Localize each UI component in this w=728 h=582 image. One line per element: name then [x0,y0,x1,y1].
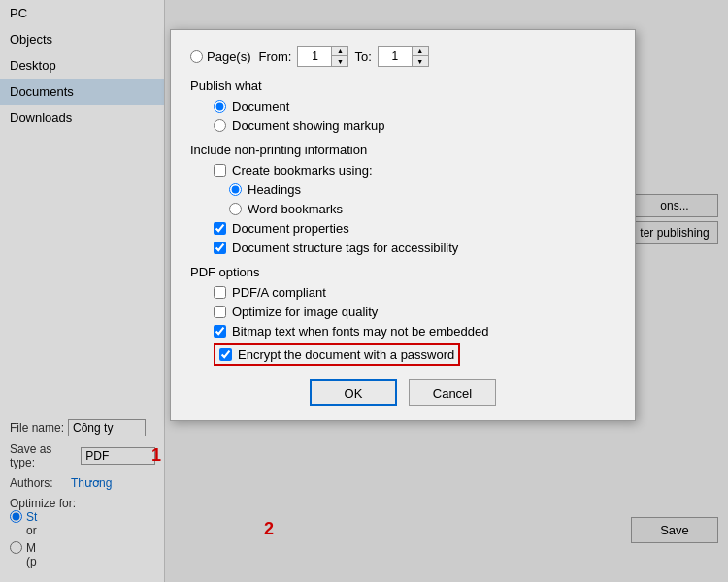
from-spinner[interactable]: ▲ ▼ [297,46,348,67]
doc-structure-checkbox[interactable] [214,242,226,254]
doc-properties-row: Document properties [190,221,615,236]
word-bookmarks-row: Word bookmarks [190,202,615,216]
pages-inputs: From: ▲ ▼ To: ▲ ▼ [259,46,429,67]
pages-label: Page(s) [207,49,251,64]
create-bookmarks-checkbox[interactable] [214,164,226,177]
to-arrows: ▲ ▼ [413,46,429,67]
pdfa-checkbox[interactable] [214,286,226,299]
to-input[interactable] [378,46,413,67]
badge-2: 2 [264,519,274,539]
doc-structure-label: Document structure tags for accessibilit… [232,241,458,255]
modal-buttons: OK Cancel [190,379,615,406]
encrypt-label: Encrypt the document with a password [238,347,454,362]
word-bookmarks-label: Word bookmarks [248,202,343,216]
document-markup-radio[interactable] [214,119,226,132]
doc-properties-checkbox[interactable] [214,222,226,235]
publish-what-header: Publish what [190,79,615,93]
bitmap-row: Bitmap text when fonts may not be embedd… [190,324,615,339]
pdf-options-header: PDF options [190,265,615,279]
optimize-image-label: Optimize for image quality [232,305,378,319]
bitmap-label: Bitmap text when fonts may not be embedd… [232,324,489,339]
pages-radio-label[interactable]: Page(s) [190,49,251,64]
encrypt-row: Encrypt the document with a password [190,343,615,366]
optimize-image-row: Optimize for image quality [190,305,615,319]
document-markup-option-row: Document showing markup [190,118,615,133]
from-arrows: ▲ ▼ [332,46,348,67]
doc-properties-label: Document properties [232,221,349,236]
headings-label: Headings [248,182,301,197]
bitmap-checkbox[interactable] [214,325,226,338]
doc-structure-row: Document structure tags for accessibilit… [190,241,615,255]
create-bookmarks-label: Create bookmarks using: [232,163,373,178]
page-range-row: Page(s) From: ▲ ▼ To: ▲ ▼ [190,46,615,67]
document-radio[interactable] [214,100,226,113]
pdfa-row: PDF/A compliant [190,285,615,300]
document-option-row: Document [190,99,615,113]
pdfa-label: PDF/A compliant [232,285,326,300]
to-down-arrow[interactable]: ▼ [413,56,428,66]
ok-button[interactable]: OK [310,379,397,406]
document-label: Document [232,99,289,113]
publish-as-pdf-dialog: Page(s) From: ▲ ▼ To: ▲ ▼ Publish what [170,29,636,421]
to-spinner[interactable]: ▲ ▼ [378,46,429,67]
from-input[interactable] [297,46,332,67]
create-bookmarks-row: Create bookmarks using: [190,163,615,178]
headings-row: Headings [190,182,615,197]
from-down-arrow[interactable]: ▼ [332,56,347,66]
to-label: To: [354,49,371,64]
word-bookmarks-radio[interactable] [229,203,242,215]
optimize-image-checkbox[interactable] [214,306,226,318]
non-printing-header: Include non-printing information [190,143,615,157]
from-up-arrow[interactable]: ▲ [332,47,347,56]
to-up-arrow[interactable]: ▲ [413,47,428,56]
cancel-button[interactable]: Cancel [409,379,496,406]
badge-1: 1 [151,445,161,466]
encrypt-highlight-box: Encrypt the document with a password [214,343,460,366]
pages-radio[interactable] [190,50,203,63]
headings-radio[interactable] [229,183,242,196]
encrypt-checkbox[interactable] [219,348,232,361]
document-markup-label: Document showing markup [232,118,385,133]
from-label: From: [259,49,292,64]
